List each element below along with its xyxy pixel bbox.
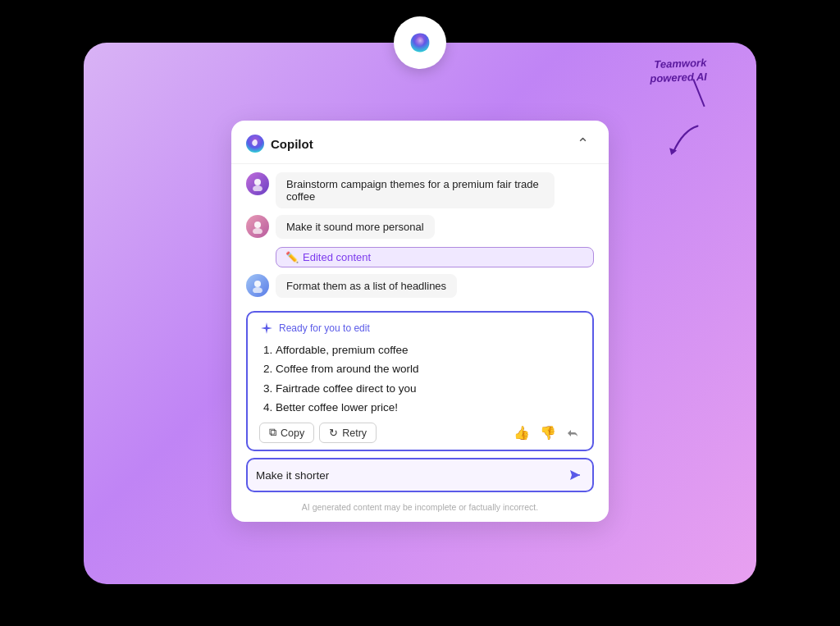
disclaimer: AI generated content may be incomplete o… xyxy=(231,499,609,522)
chat-row-1: Brainstorm campaign themes for a premium… xyxy=(246,172,594,208)
result-feedback-buttons: 👍 👎 xyxy=(512,423,581,442)
result-item-2: Coffee from around the world xyxy=(276,361,581,377)
svg-marker-1 xyxy=(669,148,677,155)
retry-button[interactable]: ↻ Retry xyxy=(319,423,377,443)
edited-content-badge[interactable]: ✏️ Edited content xyxy=(276,247,594,267)
svg-point-6 xyxy=(253,228,262,234)
chat-input-area xyxy=(246,458,594,492)
sparkle-icon xyxy=(259,321,274,336)
svg-point-8 xyxy=(253,287,262,293)
result-item-4: Better coffee lower price! xyxy=(276,400,581,416)
thumbs-up-button[interactable]: 👍 xyxy=(512,423,532,442)
result-header: Ready for you to edit xyxy=(259,321,581,336)
chat-row-2: Make it sound more personal xyxy=(246,215,594,239)
copy-label: Copy xyxy=(281,427,304,439)
copy-icon: ⧉ xyxy=(269,427,276,439)
message-bubble-2: Make it sound more personal xyxy=(276,215,435,239)
avatar-2 xyxy=(246,215,269,238)
svg-point-3 xyxy=(254,179,261,185)
edited-content-label: Edited content xyxy=(303,251,371,263)
chat-row-3: Format them as a list of headlines xyxy=(246,274,594,298)
collapse-button[interactable]: ⌃ xyxy=(571,132,594,155)
outer-background: Teamwork powered AI xyxy=(84,43,756,584)
result-actions-left: ⧉ Copy ↻ Retry xyxy=(259,423,377,443)
result-ready-label: Ready for you to edit xyxy=(279,322,370,334)
retry-icon: ↻ xyxy=(329,427,338,439)
message-bubble-3: Format them as a list of headlines xyxy=(276,274,457,298)
result-box: Ready for you to edit Affordable, premiu… xyxy=(246,311,594,451)
svg-point-4 xyxy=(253,185,262,191)
chat-area: Brainstorm campaign themes for a premium… xyxy=(231,164,609,306)
result-item-3: Fairtrade coffee direct to you xyxy=(276,381,581,397)
share-button[interactable] xyxy=(564,425,581,441)
svg-point-5 xyxy=(254,222,261,228)
result-item-1: Affordable, premium coffee xyxy=(276,342,581,359)
panel-header-left: Copilot xyxy=(246,135,313,153)
annotation: Teamwork powered AI xyxy=(650,56,708,85)
chat-input[interactable] xyxy=(256,469,564,482)
thumbs-down-button[interactable]: 👎 xyxy=(538,423,558,442)
copilot-orb xyxy=(394,16,446,69)
message-bubble-1: Brainstorm campaign themes for a premium… xyxy=(276,172,555,208)
svg-point-7 xyxy=(254,281,261,287)
copilot-panel: Copilot ⌃ Brainstorm campaign themes for… xyxy=(231,121,609,522)
retry-label: Retry xyxy=(342,427,367,439)
header-copilot-icon xyxy=(246,135,264,153)
result-actions: ⧉ Copy ↻ Retry 👍 👎 xyxy=(259,423,581,443)
panel-title: Copilot xyxy=(271,137,313,151)
avatar-3 xyxy=(246,274,269,297)
result-list: Affordable, premium coffee Coffee from a… xyxy=(259,342,581,416)
copy-button[interactable]: ⧉ Copy xyxy=(259,423,314,443)
panel-header: Copilot ⌃ xyxy=(231,121,609,164)
send-button[interactable] xyxy=(564,465,584,485)
avatar-1 xyxy=(246,172,269,195)
pencil-icon: ✏️ xyxy=(285,251,299,263)
